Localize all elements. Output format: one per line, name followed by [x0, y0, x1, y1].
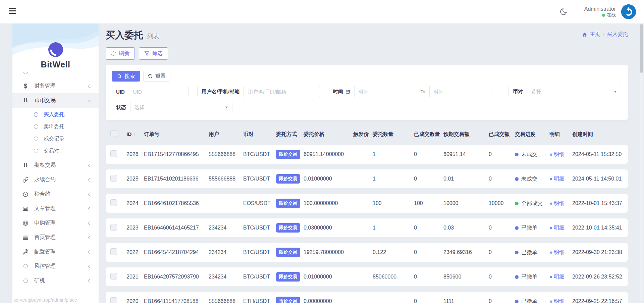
detail-link[interactable]: » 明细 — [549, 273, 572, 281]
detail-link[interactable]: » 明细 — [549, 175, 572, 183]
time-to-input[interactable] — [430, 89, 491, 95]
scrollbar-thumb[interactable] — [640, 24, 643, 73]
column-header[interactable]: 明细 — [549, 131, 572, 138]
column-header[interactable]: 创建时间 — [572, 131, 628, 138]
column-header[interactable]: 预期交易额 — [443, 131, 489, 138]
column-header[interactable]: 交易进度 — [515, 131, 549, 138]
column-header[interactable]: 已成交额 — [489, 131, 515, 138]
row-checkbox[interactable] — [110, 224, 117, 231]
cell-created: 2024-05-11 14:50:01 — [572, 176, 628, 182]
row-checkbox[interactable] — [110, 273, 117, 280]
select-all-checkbox[interactable] — [110, 130, 117, 137]
sidebar-subitem[interactable]: 卖出委托 — [12, 120, 99, 133]
row-checkbox[interactable] — [110, 297, 117, 303]
dark-mode-toggle-moon-icon[interactable] — [559, 8, 568, 16]
cell-expected: 1111 — [443, 298, 489, 303]
cell-created: 2022-09-26 23:52:52 — [572, 274, 628, 280]
double-arrow-icon: » — [549, 225, 552, 231]
cell-filled-amount: 0 — [489, 249, 515, 255]
column-header[interactable]: 委托方式 — [276, 131, 304, 138]
sidebar-item — [12, 72, 99, 79]
user-status-label: 在线 — [607, 12, 616, 18]
detail-link[interactable]: » 明细 — [549, 298, 572, 303]
column-header[interactable]: 用户 — [209, 131, 243, 138]
cell-user: 555666888 — [209, 151, 243, 157]
column-header[interactable]: 订单号 — [144, 131, 209, 138]
chevron-left-icon — [88, 264, 92, 268]
chevron-left-icon — [88, 250, 92, 254]
sidebar-subitem[interactable]: 买入委托 — [12, 108, 99, 120]
chevron-left-icon — [88, 221, 92, 225]
brand[interactable]: BitWell — [12, 23, 99, 69]
avatar[interactable] — [621, 4, 636, 19]
cell-pair: BTC/USDT — [243, 249, 276, 255]
status-label: 状态 — [112, 102, 130, 113]
cell-filled-qty: 100 — [414, 200, 443, 206]
detail-link[interactable]: » 明细 — [549, 151, 572, 158]
user-block[interactable]: Administrator 在线 — [584, 6, 616, 18]
breadcrumb-home-link[interactable]: 主页 — [590, 31, 600, 38]
sidebar-item[interactable]: 秒合约 — [12, 187, 99, 201]
article-icon — [22, 206, 29, 212]
column-header[interactable]: 触发价 — [353, 131, 373, 138]
cell-id: 2022 — [126, 249, 144, 255]
sidebar-item[interactable]: 矿机 — [12, 273, 99, 288]
sidebar: BitWell $财务管理B币币交易买入委托卖出委托成交记录交易对Ƀ期权交易永续… — [12, 23, 99, 303]
double-arrow-icon: » — [549, 249, 552, 255]
column-header[interactable]: 委托价格 — [304, 131, 353, 138]
sidebar-item[interactable]: Ƀ期权交易 — [12, 158, 99, 172]
column-header[interactable]: ID ↑ — [126, 131, 144, 137]
reset-button[interactable]: 重置 — [143, 71, 170, 82]
user-label: 用户名/手机/邮箱 — [198, 86, 244, 97]
bitwell-logo-icon — [48, 42, 64, 58]
sort-asc-icon[interactable]: ↑ — [133, 132, 136, 137]
detail-link[interactable]: » 明细 — [549, 249, 572, 256]
detail-link[interactable]: » 明细 — [549, 224, 572, 232]
column-header[interactable]: 已成交数量 — [414, 131, 443, 138]
sidebar-subitem[interactable]: 交易对 — [12, 145, 99, 157]
chevron-left-icon — [88, 178, 92, 182]
cell-order-no: EB1715410201186636 — [144, 176, 209, 182]
row-checkbox[interactable] — [110, 175, 117, 182]
cell-expected: 0.03 — [443, 225, 489, 231]
sidebar-item[interactable]: B币币交易 — [12, 93, 99, 108]
column-header[interactable]: 币对 — [243, 131, 276, 138]
cell-order-no: EB1664207572093790 — [144, 274, 209, 280]
sidebar-item[interactable]: 申购管理 — [12, 216, 99, 230]
user-status: 在线 — [584, 12, 616, 18]
filter-button[interactable]: 筛选 — [139, 47, 168, 60]
breadcrumb-separator: / — [603, 32, 604, 38]
search-button[interactable]: 搜索 — [112, 71, 140, 82]
chevron-left-icon — [88, 279, 92, 283]
uid-input[interactable] — [129, 89, 188, 95]
cell-qty: 1 — [373, 176, 414, 182]
row-checkbox[interactable] — [110, 199, 117, 206]
link-icon — [22, 177, 29, 183]
sidebar-item[interactable]: $财务管理 — [12, 79, 99, 93]
order-type-badge: 市价交易 — [276, 297, 300, 303]
column-header[interactable]: 委托数量 — [373, 131, 414, 138]
cell-id: 2020 — [126, 298, 144, 303]
uid-field-group: UID — [112, 86, 189, 97]
refresh-button[interactable]: 刷新 — [106, 47, 135, 60]
sidebar-item[interactable]: 配置管理 — [12, 245, 99, 259]
status-select[interactable]: 选择 ▼ — [130, 104, 232, 111]
sidebar-item[interactable]: 文章管理 — [12, 201, 99, 216]
rows-icon — [22, 235, 29, 241]
sidebar-item[interactable]: 风控管理 — [12, 259, 99, 273]
sidebar-item[interactable]: 首页管理 — [12, 230, 99, 245]
row-checkbox[interactable] — [110, 248, 117, 255]
user-input[interactable] — [244, 89, 320, 95]
detail-link[interactable]: » 明细 — [549, 200, 572, 207]
dollar-icon: $ — [22, 83, 29, 90]
time-from-input[interactable] — [355, 89, 416, 95]
status-dot-icon — [515, 177, 519, 181]
sidebar-subitem[interactable]: 成交记录 — [12, 133, 99, 145]
sidebar-item[interactable]: 永续合约 — [12, 172, 99, 187]
menu-toggle-button[interactable] — [9, 8, 17, 15]
row-checkbox[interactable] — [110, 150, 117, 157]
sidebar-item-label: 财务管理 — [34, 83, 56, 90]
cell-expected: 60951.14 — [443, 151, 489, 157]
pair-select[interactable]: 选择 ▼ — [527, 89, 621, 95]
sidebar-item-label: 秒合约 — [34, 191, 50, 198]
